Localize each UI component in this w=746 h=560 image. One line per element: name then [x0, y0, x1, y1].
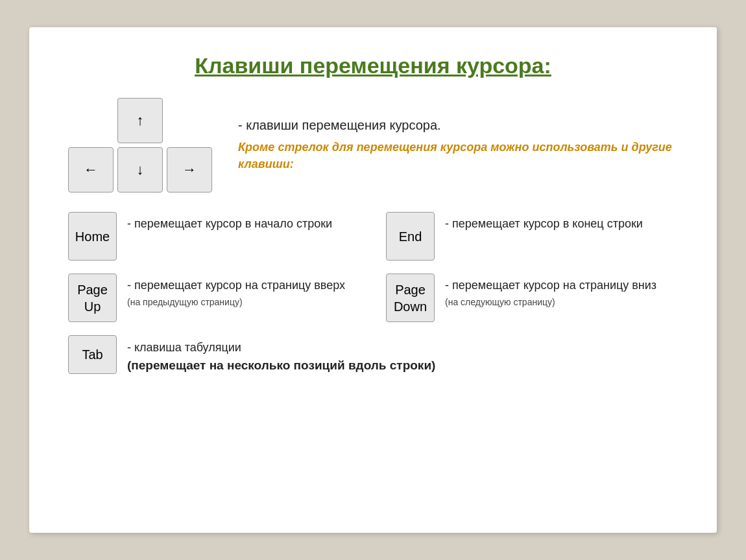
- arrow-keys-group: ↑ ← ↓ →: [68, 98, 212, 192]
- right-arrow-key: →: [167, 147, 212, 192]
- arrows-section: ↑ ← ↓ → - клавиши перемещения курсора. К…: [68, 98, 678, 192]
- tab-desc2: (перемещает на несколько позиций вдоль с…: [127, 358, 435, 372]
- end-key-row: End - перемещает курсор в конец строки: [386, 212, 678, 261]
- end-desc-text: - перемещает курсор в конец строки: [445, 217, 643, 230]
- pageup-key-desc: - перемещает курсор на страницу вверх (н…: [127, 274, 360, 310]
- pagedown-desc-text: - перемещает курсор на страницу вниз: [445, 279, 656, 292]
- pagedown-sub-text: (на следующую страницу): [445, 297, 555, 307]
- pageup-sub-text: (на предыдущую страницу): [127, 297, 243, 307]
- pagedown-key-row: PageDown - перемещает курсор на страницу…: [386, 274, 678, 322]
- tab-desc1: - клавиша табуляции: [127, 341, 241, 354]
- pageup-desc-text: - перемещает курсор на страницу вверх: [127, 279, 345, 292]
- home-desc-text: - перемещает курсор в начало строки: [127, 217, 332, 230]
- arrows-description: - клавиши перемещения курсора. Кроме стр…: [238, 118, 678, 172]
- end-key-label: End: [386, 212, 435, 261]
- arrows-italic-text: Кроме стрелок для перемещения курсора мо…: [238, 139, 678, 172]
- pageup-key-row: PageUp - перемещает курсор на страницу в…: [68, 274, 360, 322]
- home-key-label: Home: [68, 212, 117, 261]
- arrows-main-text: - клавиши перемещения курсора.: [238, 118, 678, 133]
- tab-key-desc: - клавиша табуляции (перемещает на неско…: [127, 335, 435, 375]
- home-key-row: Home - перемещает курсор в начало строки: [68, 212, 360, 261]
- end-key-desc: - перемещает курсор в конец строки: [445, 212, 678, 232]
- special-keys-grid: Home - перемещает курсор в начало строки…: [68, 212, 678, 322]
- tab-key-label: Tab: [68, 335, 117, 374]
- left-arrow-key: ←: [68, 147, 114, 192]
- tab-key-section: Tab - клавиша табуляции (перемещает на н…: [68, 335, 678, 375]
- pagedown-key-label: PageDown: [386, 274, 435, 322]
- slide: Клавиши перемещения курсора: ↑ ← ↓ → - к…: [29, 27, 717, 533]
- down-arrow-key: ↓: [117, 147, 163, 192]
- pageup-key-label: PageUp: [68, 274, 117, 322]
- up-arrow-key: ↑: [117, 98, 163, 143]
- pagedown-key-desc: - перемещает курсор на страницу вниз (на…: [445, 274, 678, 310]
- page-title: Клавиши перемещения курсора:: [68, 53, 678, 78]
- home-key-desc: - перемещает курсор в начало строки: [127, 212, 360, 232]
